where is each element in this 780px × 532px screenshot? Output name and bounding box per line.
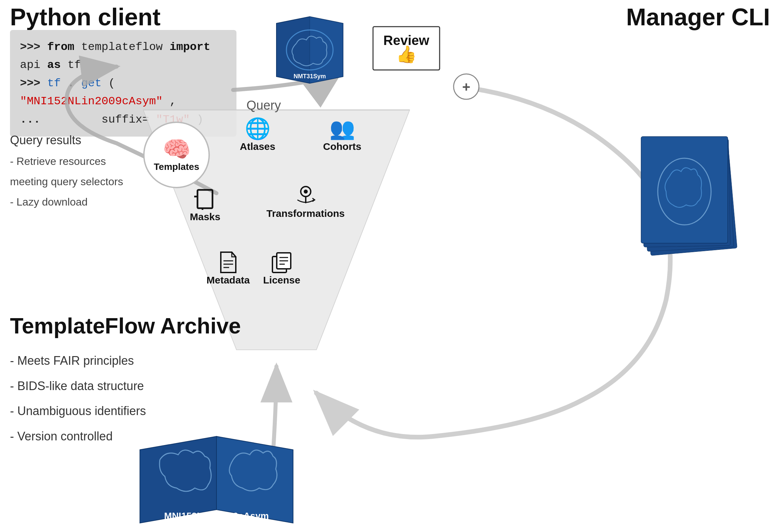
code-prompt-3: ... — [20, 113, 95, 126]
code-prompt-1: >>> — [20, 41, 47, 53]
plus-symbol: + — [462, 79, 471, 95]
svg-rect-7 — [642, 141, 734, 251]
code-prompt-2: >>> — [20, 77, 47, 90]
plus-circle — [454, 74, 479, 99]
svg-marker-4 — [310, 17, 343, 83]
query-result-1: - Retrieve resources — [10, 151, 123, 172]
svg-point-10 — [658, 158, 711, 225]
archive-title: TemplateFlow Archive — [10, 313, 241, 338]
masks-label: Masks — [190, 211, 221, 223]
brain-stack-icon — [641, 137, 737, 255]
code-line-3: ... suffix= "T1w" ) — [20, 111, 227, 129]
code-module: templateflow — [81, 41, 169, 53]
templates-brain-icon: 🧠 — [162, 138, 191, 160]
code-mni-string: "MNI152NLin2009cAsym" — [20, 95, 162, 108]
code-tf: tf — [67, 59, 81, 71]
query-results-title: Query results — [10, 133, 123, 147]
code-suffix-label: suffix= — [102, 113, 149, 126]
atlases-label: Atlases — [240, 141, 276, 152]
code-from-keyword: from — [47, 41, 75, 53]
svg-rect-13 — [197, 190, 212, 208]
transformations-item: Transformations — [266, 185, 345, 219]
license-copy-icon — [271, 251, 292, 273]
code-line-2: >>> tf . get ( "MNI152NLin2009cAsym" , — [20, 74, 227, 111]
archive-item-4: - Version controlled — [10, 424, 146, 449]
license-label: License — [263, 275, 300, 286]
mni-label: MNI152NLin2009cAsym — [164, 511, 269, 521]
atlases-item: 🌐 Atlases — [240, 118, 276, 152]
code-api: api — [20, 59, 47, 71]
archive-item-3: - Unambiguous identifiers — [10, 398, 146, 424]
query-results-section: Query results - Retrieve resources meeti… — [10, 133, 123, 212]
svg-rect-9 — [641, 137, 728, 243]
license-item: License — [263, 251, 300, 286]
svg-marker-12 — [216, 436, 293, 523]
svg-marker-11 — [140, 436, 216, 523]
code-paren: ( — [108, 77, 115, 90]
code-block: >>> from templateflow import api as tf >… — [10, 30, 237, 137]
nmt-brain-icon: NMT31Sym — [277, 17, 343, 83]
query-result-3: - Lazy download — [10, 192, 123, 212]
code-as-keyword: as — [47, 59, 61, 71]
mni-brain-icon: MNI152NLin2009cAsym — [140, 436, 293, 523]
cohorts-people-icon: 👥 — [329, 118, 355, 139]
svg-point-5 — [286, 30, 333, 70]
transformations-pin-icon — [294, 185, 318, 206]
nmt-label: NMT31Sym — [293, 73, 326, 80]
thumbs-up-icon: 👍 — [396, 44, 417, 64]
review-box-bg — [373, 27, 440, 70]
code-tf-get: tf — [47, 77, 61, 90]
cohorts-item: 👥 Cohorts — [323, 118, 361, 152]
metadata-doc-icon — [219, 251, 238, 273]
archive-item-1: - Meets FAIR principles — [10, 348, 146, 374]
code-close-paren: ) — [197, 113, 203, 126]
code-comma: , — [169, 95, 176, 108]
query-label: Query — [246, 98, 281, 112]
atlases-globe-icon: 🌐 — [245, 118, 271, 139]
query-result-2: meeting query selectors — [10, 172, 123, 192]
svg-rect-8 — [642, 139, 730, 247]
svg-point-18 — [304, 190, 308, 194]
code-import-keyword: import — [169, 41, 210, 53]
transformations-label: Transformations — [266, 208, 345, 219]
metadata-label: Metadata — [206, 275, 250, 286]
masks-item: Masks — [190, 188, 221, 223]
code-get-fn: get — [81, 77, 102, 90]
svg-rect-6 — [641, 142, 737, 255]
metadata-item: Metadata — [206, 251, 250, 286]
templates-circle: 🧠 Templates — [143, 122, 210, 188]
archive-list: - Meets FAIR principles - BIDS-like data… — [10, 348, 146, 449]
code-line-1: >>> from templateflow import api as tf — [20, 38, 227, 74]
manager-cli-title: Manager CLI — [626, 3, 770, 31]
cohorts-label: Cohorts — [323, 141, 361, 152]
archive-item-2: - BIDS-like data structure — [10, 374, 146, 399]
svg-marker-3 — [277, 17, 343, 83]
templates-label: Templates — [154, 161, 199, 172]
code-dot: . — [67, 77, 74, 90]
query-results-list: - Retrieve resources meeting query selec… — [10, 151, 123, 212]
review-label: Review — [383, 33, 430, 48]
masks-crop-icon — [194, 188, 216, 210]
python-client-title: Python client — [10, 3, 160, 31]
